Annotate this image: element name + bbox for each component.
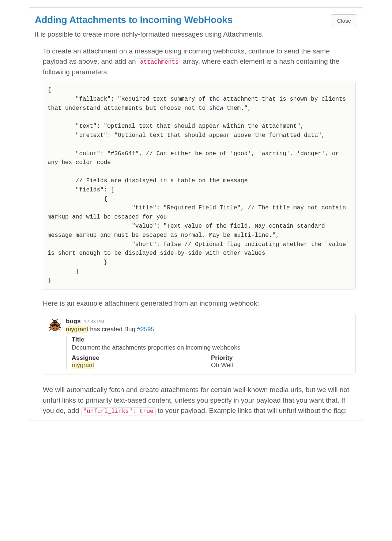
message-text: mygrant has created Bug #2595 [66,326,350,333]
message-header: bugs 12:33 PM [66,318,350,325]
svg-point-3 [55,321,56,322]
inline-code-unfurl: "unfurl_links": true [81,407,156,415]
msg-mid: has created Bug [88,326,137,333]
field-value-priority: Oh Well [211,362,350,369]
intro-paragraph: It is possible to create more richly-for… [35,29,357,40]
unfurl-paragraph: We will automatically fetch and create a… [43,385,356,416]
doc-panel: Adding Attachments to Incoming WebHooks … [28,7,364,421]
fields-row: Assignee mygrant Priority Oh Well [72,354,350,369]
highlight-mygrant: mygrant [66,326,88,333]
bug-link[interactable]: #2595 [137,326,154,333]
attachment-block: Title Document the attachments propertie… [66,336,350,369]
svg-point-1 [53,320,57,324]
message-timestamp: 12:33 PM [84,319,104,324]
svg-point-6 [56,326,58,327]
field-priority: Priority Oh Well [211,354,350,369]
attach-title-value: Document the attachments properties on i… [72,344,350,351]
ladybug-icon [48,318,61,332]
message-username: bugs [66,318,81,325]
content-section: To create an attachment on a message usi… [35,46,357,416]
field-label-assignee: Assignee [72,354,211,362]
svg-point-7 [53,328,54,329]
svg-point-2 [53,321,54,322]
field-assignee: Assignee mygrant [72,354,211,369]
attach-title-label: Title [72,336,350,343]
p3-post: to your payload. Example links that will… [156,407,347,414]
instruction-paragraph: To create an attachment on a message usi… [43,46,356,78]
header-row: Adding Attachments to Incoming WebHooks … [35,14,357,29]
example-intro: Here is an example attachment generated … [43,298,356,309]
svg-point-5 [52,326,53,327]
field-label-priority: Priority [211,354,350,362]
field-value-assignee: mygrant [72,362,94,369]
message-body: bugs 12:33 PM mygrant has created Bug #2… [66,318,350,369]
svg-point-8 [56,328,57,329]
example-message: bugs 12:33 PM mygrant has created Bug #2… [43,313,356,374]
code-block: { "fallback": "Required text summary of … [43,82,356,290]
inline-code-attachments: attachments [138,58,181,66]
page-title: Adding Attachments to Incoming WebHooks [35,14,233,26]
close-button[interactable]: Close [331,14,357,27]
